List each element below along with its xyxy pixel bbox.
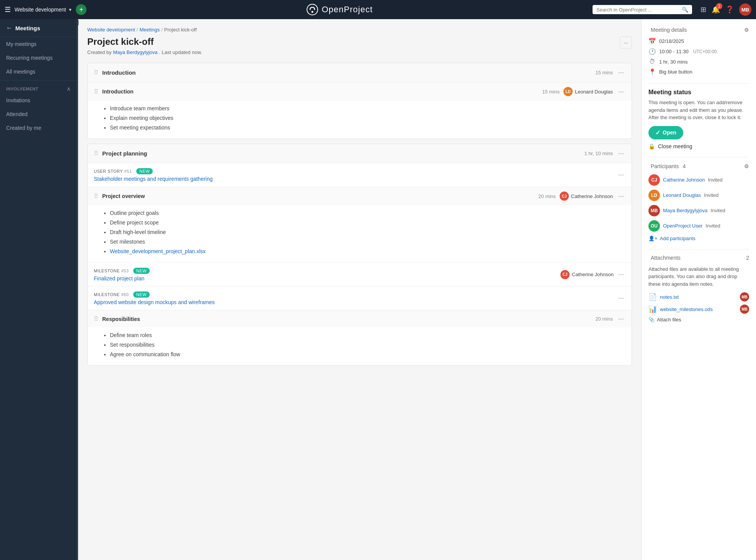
agenda-item-bullets: Define team roles Set responsibilities A… xyxy=(103,331,625,359)
add-button[interactable]: + xyxy=(76,4,87,15)
content-area: Website development / Meetings / Project… xyxy=(78,19,641,560)
agenda-item-more-button[interactable]: ··· xyxy=(617,88,625,96)
sidebar-item-label: Created by me xyxy=(6,125,41,131)
notification-icon[interactable]: 🔔 1 xyxy=(712,5,720,14)
clock-icon: 🕐 xyxy=(648,48,656,55)
attachments-title: Attachments 2 xyxy=(648,255,749,261)
participant-name: Maya Berdygylyjova xyxy=(663,208,707,213)
section-more-button[interactable]: ··· xyxy=(617,69,625,77)
topbar-icons: ⊞ 🔔 1 ❓ MB xyxy=(700,3,751,16)
participants-settings-icon[interactable]: ⚙ xyxy=(744,163,749,169)
meeting-location: Big blue button xyxy=(659,69,692,75)
bullet-item: Set meeting expectations xyxy=(110,124,625,132)
hamburger-icon[interactable]: ☰ xyxy=(5,5,11,14)
help-icon[interactable]: ❓ xyxy=(725,5,734,14)
sidebar-item-label: All meetings xyxy=(6,69,35,75)
bullet-item: Define project scope xyxy=(110,219,625,227)
uploader-avatar: MB xyxy=(740,292,749,301)
work-item-type: MILESTONE #60 New xyxy=(94,292,150,297)
section-header-introduction: ⠿ Introduction 15 mins ··· xyxy=(88,63,632,82)
meta-author[interactable]: Maya Berdygylyjova xyxy=(113,49,157,55)
attachment-link[interactable]: notes.txt xyxy=(660,294,737,300)
search-input[interactable] xyxy=(596,7,679,13)
settings-icon[interactable]: ⚙ xyxy=(744,27,749,33)
participant-status: Invited xyxy=(705,223,720,229)
work-item-link[interactable]: Finalized project plan xyxy=(94,275,150,282)
assignee-avatar: CJ xyxy=(560,270,570,279)
agenda-item-assignee: CJ Catherine Johnson xyxy=(560,270,614,279)
open-meeting-button[interactable]: ✓ Open xyxy=(648,126,683,139)
agenda-item-body: Define team roles Set responsibilities A… xyxy=(88,327,632,365)
open-btn-label: Open xyxy=(663,129,676,136)
close-meeting-button[interactable]: 🔒 Close meeting xyxy=(648,143,692,149)
work-item-milestone-53: MILESTONE #53 New Finalized project plan… xyxy=(88,263,632,287)
assignee-name: Leonard Douglas xyxy=(575,89,613,95)
work-item-link[interactable]: Approved website design mockups and wire… xyxy=(94,299,215,305)
participant-avatar: OU xyxy=(648,220,660,232)
sidebar-item-all-meetings[interactable]: All meetings xyxy=(0,65,77,79)
svg-point-0 xyxy=(307,4,318,15)
panel-meeting-status: Meeting status This meeting is open. You… xyxy=(648,89,749,149)
work-item-type: MILESTONE #53 New xyxy=(94,269,150,273)
agenda-item-more-button[interactable]: ··· xyxy=(617,192,625,200)
participant-status: Invited xyxy=(704,192,718,198)
work-item-link[interactable]: Stakeholder meetings and requirements ga… xyxy=(94,176,213,182)
attachment-row: 📄 notes.txt MB xyxy=(648,292,749,301)
drag-handle-icon[interactable]: ⠿ xyxy=(94,315,98,323)
sidebar-item-label: Recurring meetings xyxy=(6,55,52,61)
sidebar-back[interactable]: ← Meetings xyxy=(0,19,77,37)
participant-status: Invited xyxy=(710,208,725,213)
section-more-button[interactable]: ··· xyxy=(617,149,625,157)
agenda-item-more-button[interactable]: ··· xyxy=(617,315,625,323)
project-selector[interactable]: Website development ▼ xyxy=(15,7,72,13)
logo-icon xyxy=(306,3,318,16)
participant-name: Leonard Douglas xyxy=(663,192,701,198)
agenda-item-bullets: Outline project goals Define project sco… xyxy=(103,209,625,255)
attachments-description: Attached files are available to all meet… xyxy=(648,265,749,288)
meeting-time: 10:00 - 11:30 xyxy=(659,49,689,54)
meeting-date: 02/18/2025 xyxy=(659,38,684,44)
drag-handle-icon[interactable]: ⠿ xyxy=(94,193,98,200)
attachment-link[interactable]: Website_development_project_plan.xlsx xyxy=(110,248,206,254)
work-item-badge: New xyxy=(133,291,150,298)
uploader-avatar: MB xyxy=(740,305,749,314)
sidebar-item-created-by-me[interactable]: Created by me xyxy=(0,121,77,135)
work-item-more-button[interactable]: ··· xyxy=(617,294,625,302)
page-title: Project kick-off xyxy=(87,36,202,47)
main-content: Website development / Meetings / Project… xyxy=(78,19,756,560)
breadcrumb-project[interactable]: Website development xyxy=(87,27,135,33)
search-box[interactable]: 🔍 xyxy=(593,5,692,14)
sidebar-item-attended[interactable]: Attended xyxy=(0,107,77,121)
add-participants-button[interactable]: 👤+ Add participants xyxy=(648,236,696,241)
user-avatar[interactable]: MB xyxy=(739,3,751,16)
agenda-item-header: ⠿ Introduction 15 mins LD Leonard Dougla… xyxy=(88,82,632,101)
attachment-link[interactable]: website_milestones.ods xyxy=(660,306,737,312)
sidebar-item-my-meetings[interactable]: My meetings xyxy=(0,37,77,51)
sidebar-item-invitations[interactable]: Invitations xyxy=(0,93,77,107)
drag-handle-icon[interactable]: ⠿ xyxy=(94,88,98,95)
meeting-timezone: UTC+00:00 xyxy=(693,49,717,54)
work-item-more-button[interactable]: ··· xyxy=(617,171,625,179)
breadcrumb-sep2: / xyxy=(161,27,163,33)
panel-participants: Participants 4 ⚙ CJ Catherine Johnson In… xyxy=(648,163,749,241)
search-icon: 🔍 xyxy=(682,7,688,13)
participant-avatar: CJ xyxy=(648,174,660,186)
attach-files-button[interactable]: 📎 Attach files xyxy=(648,317,681,323)
grid-icon[interactable]: ⊞ xyxy=(700,5,706,14)
work-item-more-button[interactable]: ··· xyxy=(617,270,625,278)
breadcrumb-meetings[interactable]: Meetings xyxy=(139,27,160,33)
sidebar-item-recurring-meetings[interactable]: Recurring meetings xyxy=(0,51,77,65)
breadcrumb: Website development / Meetings / Project… xyxy=(87,27,632,33)
status-description: This meeting is open. You can add/remove… xyxy=(648,99,749,121)
work-item-right: CJ Catherine Johnson ··· xyxy=(560,270,625,279)
check-circle-icon: ✓ xyxy=(655,129,660,136)
collapse-icon[interactable]: ∧ xyxy=(67,86,71,92)
agenda-item-body: Introduce team members Explain meeting o… xyxy=(88,101,632,139)
bullet-item: Set responsibilities xyxy=(110,341,625,349)
drag-handle-icon[interactable]: ⠿ xyxy=(94,150,98,157)
paperclip-icon: 📎 xyxy=(648,317,655,323)
page-more-button[interactable]: ··· xyxy=(620,36,632,49)
bullet-item: Draft high-level timeline xyxy=(110,228,625,236)
drag-handle-icon[interactable]: ⠿ xyxy=(94,69,98,76)
sidebar: ← Meetings My meetings Recurring meeting… xyxy=(0,19,77,560)
